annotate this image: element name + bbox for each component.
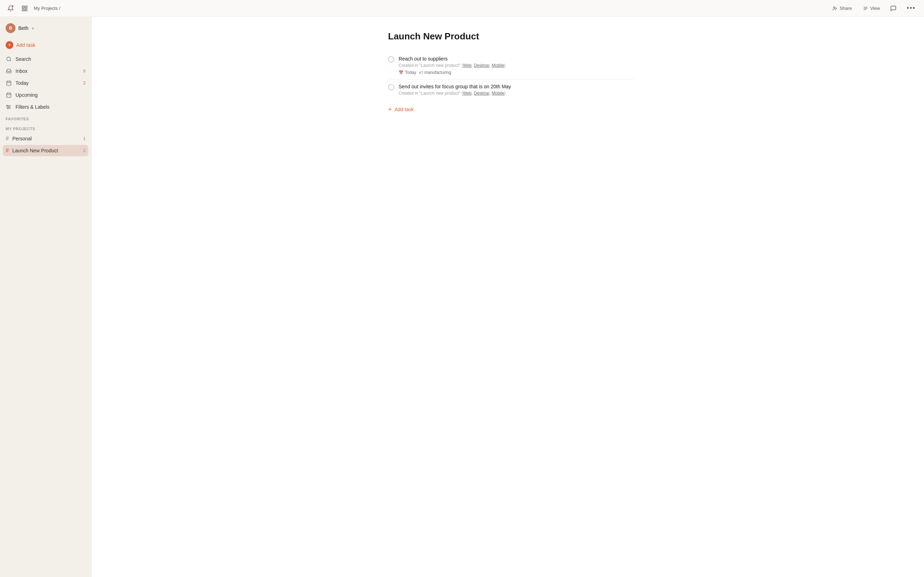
task-1-checkbox[interactable] (388, 56, 394, 63)
view-button[interactable]: View (860, 4, 883, 12)
label-icon: 🏷 (419, 70, 423, 74)
topbar: My Projects / Share View ••• (0, 0, 924, 17)
svg-rect-0 (22, 6, 24, 8)
sidebar-item-upcoming[interactable]: Upcoming (3, 89, 88, 101)
chevron-down-icon: ▾ (32, 26, 34, 30)
inbox-badge: 6 (83, 69, 86, 74)
add-task-inline-label: Add task (395, 106, 414, 112)
topbar-right: Share View ••• (830, 3, 918, 13)
more-button[interactable]: ••• (904, 3, 918, 13)
project-personal-badge: 1 (83, 136, 86, 141)
layout-icon[interactable] (20, 3, 29, 13)
task-2-title: Send out invites for focus group that is… (399, 84, 635, 89)
project-hash-icon: # (6, 135, 9, 142)
task-1-label-text: manufacturing (424, 70, 451, 75)
today-icon (6, 80, 12, 86)
sidebar-item-today[interactable]: Today 2 (3, 77, 88, 89)
add-task-circle-icon: + (6, 41, 13, 49)
sidebar-today-label: Today (16, 80, 79, 86)
task-1-title: Reach out to suppliers (399, 56, 635, 61)
sidebar-project-personal[interactable]: # Personal 1 (3, 133, 88, 144)
task-1-link-mobile[interactable]: Mobile (491, 63, 504, 68)
sidebar-project-launch-new-product[interactable]: # Launch New Product 2 (3, 145, 88, 156)
svg-rect-2 (25, 9, 27, 11)
task-1-link-web[interactable]: Web (463, 63, 472, 68)
notification-dot (11, 5, 14, 7)
task-2-link-web[interactable]: Web (463, 91, 472, 96)
svg-point-25 (7, 108, 8, 109)
task-1-label-tag: 🏷 manufacturing (419, 70, 451, 75)
today-badge: 2 (83, 81, 86, 85)
calendar-icon: 📅 (399, 70, 404, 75)
page-title: Launch New Product (388, 31, 635, 42)
search-icon (6, 56, 12, 62)
add-task-button[interactable]: + Add task (3, 39, 88, 52)
project-launch-badge: 2 (83, 148, 86, 153)
plus-icon: + (388, 106, 392, 113)
task-1-tags: 📅 Today 🏷 manufacturing (399, 70, 635, 75)
project-launch-label: Launch New Product (12, 148, 79, 153)
sidebar-item-filters[interactable]: Filters & Labels (3, 102, 88, 113)
sidebar-inner: B Beth ▾ + Add task Search (0, 17, 91, 577)
svg-rect-12 (7, 81, 11, 85)
sidebar: B Beth ▾ + Add task Search (0, 0, 92, 577)
svg-rect-3 (22, 9, 24, 11)
task-1-date-tag: 📅 Today (399, 70, 416, 75)
user-menu[interactable]: B Beth ▾ (3, 21, 88, 35)
favorites-section-header: Favorites (3, 113, 88, 122)
sidebar-filters-label: Filters & Labels (16, 104, 86, 110)
topbar-left: My Projects / (6, 3, 60, 13)
task-1-body: Reach out to suppliers Created in "Launc… (399, 56, 635, 75)
task-2-link-mobile[interactable]: Mobile (491, 91, 504, 96)
svg-line-11 (10, 60, 11, 61)
sidebar-inbox-label: Inbox (16, 68, 79, 74)
svg-rect-1 (25, 6, 27, 8)
sidebar-upcoming-label: Upcoming (16, 92, 86, 98)
filters-icon (6, 104, 12, 110)
svg-rect-16 (7, 93, 11, 97)
main-inner: Launch New Product Reach out to supplier… (367, 17, 649, 131)
task-item: Send out invites for focus group that is… (388, 79, 635, 102)
task-1-date-label: Today (405, 70, 416, 75)
task-2-body: Send out invites for focus group that is… (399, 84, 635, 98)
task-2-meta: Created in "Launch new product" (Web, De… (399, 91, 635, 96)
upcoming-icon (6, 92, 12, 98)
svg-point-4 (834, 6, 835, 8)
project-personal-label: Personal (12, 136, 79, 142)
notification-icon[interactable] (6, 3, 16, 13)
my-projects-section-header: My Projects (3, 123, 88, 132)
task-1-meta: Created in "Launch new product" (Web, De… (399, 63, 635, 68)
main-content: Launch New Product Reach out to supplier… (92, 0, 924, 577)
project-hash-active-icon: # (6, 147, 9, 154)
inbox-icon (6, 68, 12, 74)
sidebar-search-label: Search (16, 56, 86, 62)
user-name: Beth (18, 25, 29, 31)
svg-point-10 (7, 57, 11, 61)
breadcrumb: My Projects / (34, 6, 60, 11)
task-1-link-desktop[interactable]: Desktop (474, 63, 489, 68)
svg-point-20 (6, 105, 7, 106)
add-task-label: Add task (16, 42, 35, 48)
sidebar-item-inbox[interactable]: Inbox 6 (3, 65, 88, 77)
add-task-inline-button[interactable]: + Add task (388, 102, 635, 117)
task-list: Reach out to suppliers Created in "Launc… (388, 52, 635, 102)
sidebar-item-search[interactable]: Search (3, 53, 88, 65)
task-2-link-desktop[interactable]: Desktop (474, 91, 489, 96)
avatar: B (6, 23, 16, 33)
task-item: Reach out to suppliers Created in "Launc… (388, 52, 635, 79)
svg-point-22 (8, 106, 10, 108)
task-2-checkbox[interactable] (388, 84, 394, 90)
comment-icon[interactable] (888, 3, 898, 13)
share-button[interactable]: Share (830, 4, 855, 12)
